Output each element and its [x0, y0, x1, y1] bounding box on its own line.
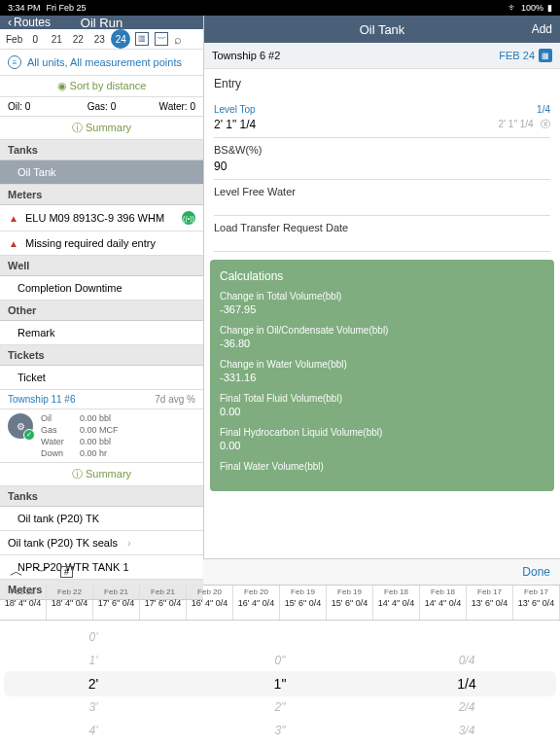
- numeric-keypad-icon[interactable]: #: [60, 566, 73, 578]
- left-header: ‹ Routes Oil Run: [0, 16, 203, 29]
- picker-item[interactable]: 3": [275, 721, 286, 740]
- township-summary: ⚙✓ Oil0.00 bbl Gas0.00 MCF Water0.00 bbl…: [0, 409, 203, 463]
- history-strip[interactable]: Feb 2218' 4" 0/4Feb 2218' 4" 0/4Feb 2117…: [0, 586, 560, 621]
- township-header[interactable]: Township 11 #6 7d avg %: [0, 390, 203, 409]
- row-remark[interactable]: Remark: [0, 321, 203, 345]
- back-button[interactable]: ‹ Routes: [8, 16, 51, 29]
- field-label: BS&W(%): [214, 144, 550, 156]
- field-label: Level Free Water: [214, 186, 550, 197]
- picker-item[interactable]: 4': [89, 721, 98, 740]
- status-bar: 3:34 PM Fri Feb 25 ᯤ 100% ▮: [0, 0, 560, 16]
- history-cell[interactable]: Feb 1915' 6" 0/4: [280, 586, 327, 620]
- section-meters: Meters: [0, 185, 203, 205]
- alert-icon: ▲: [8, 237, 19, 249]
- linechart-icon[interactable]: 〰: [155, 32, 168, 46]
- picker-item[interactable]: 0': [89, 627, 98, 647]
- history-cell[interactable]: Feb 1814' 4" 0/4: [420, 586, 467, 620]
- right-panel: Oil Tank Add Township 6 #2 FEB 24 ▦ Entr…: [204, 16, 560, 558]
- stat-oil: Oil: 0: [8, 101, 70, 112]
- picker-item[interactable]: 2/4: [459, 697, 475, 717]
- row-tank-p20[interactable]: Oil tank (P20) TK: [0, 507, 203, 531]
- history-cell[interactable]: Feb 1713' 6" 0/4: [467, 586, 513, 620]
- picker-item[interactable]: 3': [89, 697, 98, 717]
- history-cell[interactable]: Feb 2117' 6" 0/4: [93, 586, 140, 620]
- history-cell[interactable]: Feb 1814' 4" 0/4: [373, 586, 420, 620]
- month-label: Feb: [4, 34, 24, 45]
- filter-row[interactable]: ≡ All units, All measurement points: [0, 50, 203, 76]
- field-free-water[interactable]: Level Free Water: [214, 180, 550, 216]
- history-cell[interactable]: Feb 2218' 4" 0/4: [0, 586, 47, 620]
- row-ticket[interactable]: Ticket: [0, 366, 203, 390]
- date-0[interactable]: 0: [25, 29, 45, 49]
- info-icon: ⓘ: [72, 468, 83, 480]
- info-icon: ⓘ: [72, 122, 83, 133]
- check-icon: ✓: [23, 429, 35, 441]
- picker-item[interactable]: 1": [274, 674, 287, 694]
- status-date: Fri Feb 25: [47, 3, 87, 13]
- row-seals[interactable]: Oil tank (P20) TK seals ›: [0, 531, 203, 555]
- field-bsw[interactable]: BS&W(%) 90: [214, 138, 550, 180]
- history-cell[interactable]: Feb 2016' 4" 0/4: [233, 586, 280, 620]
- picker-item[interactable]: 3/4: [459, 721, 475, 740]
- left-title: Oil Run: [81, 16, 122, 30]
- chevron-left-icon: ‹: [8, 16, 12, 29]
- section-other: Other: [0, 301, 203, 321]
- row-meter-missing[interactable]: ▲ Missing required daily entry: [0, 231, 203, 256]
- right-header: Oil Tank Add: [204, 16, 560, 43]
- date-3[interactable]: 23: [89, 29, 109, 49]
- history-cell[interactable]: Feb 1713' 6" 0/4: [513, 586, 560, 620]
- picker-item[interactable]: 2': [88, 674, 98, 694]
- date-2[interactable]: 22: [68, 29, 88, 49]
- search-icon[interactable]: ⌕: [174, 32, 182, 47]
- summary-link[interactable]: ⓘ Summary: [0, 117, 203, 140]
- meter-label: ELU M09 8913C-9 396 WHM: [25, 212, 164, 224]
- sort-row[interactable]: ◉ Sort by distance: [0, 76, 203, 97]
- row-oil-tank[interactable]: Oil Tank: [0, 160, 203, 185]
- row-wtr-tank[interactable]: NPR P20 WTR TANK 1: [0, 555, 203, 580]
- history-cell[interactable]: Feb 2218' 4" 0/4: [47, 586, 93, 620]
- add-button[interactable]: Add: [532, 22, 552, 36]
- date-bar: Feb 0 21 22 23 24 ▥ 〰 ⌕: [0, 29, 203, 50]
- done-button[interactable]: Done: [522, 565, 550, 579]
- picker-col-fraction[interactable]: 0/41/42/43/4: [373, 621, 560, 747]
- field-load-transfer[interactable]: Load Transfer Request Date: [214, 216, 550, 252]
- row-meter-1[interactable]: ▲ ELU M09 8913C-9 396 WHM ((•)): [0, 205, 203, 231]
- field-value: 90: [214, 160, 227, 173]
- history-cell[interactable]: Feb 2117' 6" 0/4: [140, 586, 187, 620]
- section-tanks: Tanks: [0, 140, 203, 160]
- picker-item[interactable]: 1': [89, 651, 98, 670]
- date-4-active[interactable]: 24: [111, 29, 130, 49]
- barchart-icon[interactable]: ▥: [135, 32, 149, 46]
- picker-up-icon[interactable]: ︿: [10, 563, 23, 581]
- history-cell[interactable]: Feb 1915' 6" 0/4: [327, 586, 373, 620]
- history-cell[interactable]: Feb 2016' 4" 0/4: [187, 586, 233, 620]
- picker-item[interactable]: 0/4: [459, 651, 475, 670]
- stats-row: Oil: 0 Gas: 0 Water: 0: [0, 97, 203, 117]
- picker-col-inches[interactable]: 0"1"2"3": [187, 621, 373, 747]
- field-value: 2' 1" 1/4: [214, 118, 256, 131]
- sub-header: Township 6 #2 FEB 24 ▦: [204, 43, 560, 69]
- picker-down-icon[interactable]: ﹀: [35, 563, 49, 581]
- picker-wheel[interactable]: 0'1'2'3'4' 0"1"2"3" 0/41/42/43/4: [0, 621, 560, 747]
- missing-label: Missing required daily entry: [25, 237, 156, 249]
- battery-pct: 100%: [521, 3, 543, 13]
- picker-col-feet[interactable]: 0'1'2'3'4': [0, 621, 187, 747]
- chevron-right-icon: ›: [127, 537, 131, 549]
- sub-date[interactable]: FEB 24 ▦: [499, 49, 552, 62]
- filter-icon: ≡: [8, 55, 21, 69]
- stat-water: Water: 0: [133, 101, 195, 112]
- calc-title: Calculations: [220, 269, 544, 283]
- pumpjack-icon: ⚙✓: [8, 413, 33, 439]
- clear-icon[interactable]: ⓧ: [541, 119, 550, 129]
- picker-item[interactable]: 1/4: [457, 674, 475, 694]
- sort-text: Sort by distance: [70, 80, 147, 91]
- calendar-icon: ▦: [539, 49, 552, 62]
- picker-item[interactable]: 0": [275, 651, 286, 670]
- row-completion[interactable]: Completion Downtime: [0, 276, 203, 301]
- date-1[interactable]: 21: [47, 29, 66, 49]
- filter-text: All units, All measurement points: [27, 56, 182, 68]
- summary-link-2[interactable]: ⓘ Summary: [0, 463, 203, 486]
- location-icon: ◉: [57, 80, 67, 91]
- field-level-top[interactable]: Level Top 1/4 2' 1" 1/4 2' 1" 1/4 ⓧ: [214, 98, 550, 138]
- picker-item[interactable]: 2": [275, 697, 286, 717]
